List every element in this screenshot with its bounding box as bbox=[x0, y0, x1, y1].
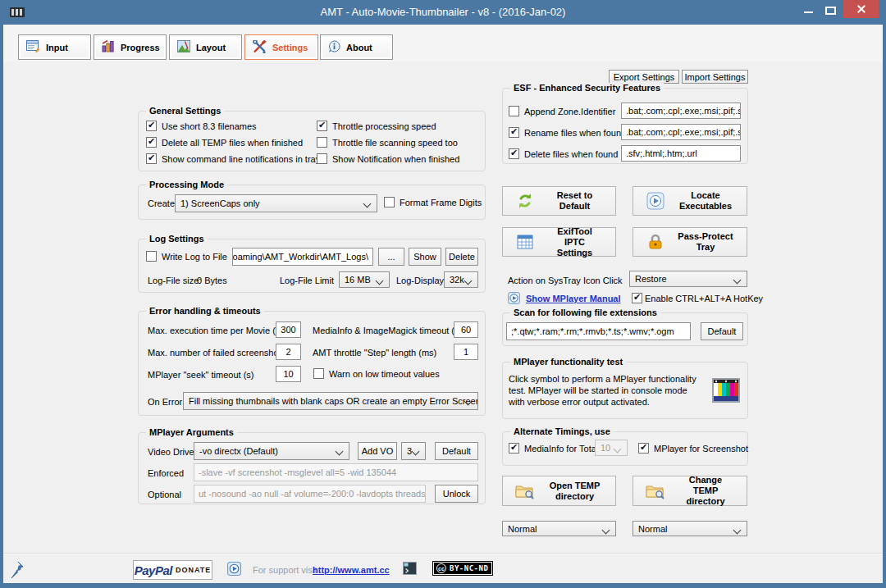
log-path-input[interactable]: \Roaming\AMT_Workdir\AMT_Logs\ bbox=[232, 248, 373, 266]
show-log-button[interactable]: Show bbox=[409, 248, 441, 266]
mediainfo-timeout-input[interactable]: 60 bbox=[454, 321, 478, 338]
checkbox-cmdline-notify[interactable]: Show command line notifications in tray bbox=[146, 153, 320, 164]
checkbox-write-log[interactable]: Write Log to File bbox=[146, 251, 227, 262]
table-icon bbox=[503, 235, 547, 249]
on-error-select[interactable]: Fill missing thumbnails with blank caps … bbox=[183, 392, 478, 410]
checkbox-rename-files[interactable]: Rename files when found bbox=[509, 127, 626, 138]
seek-timeout-label: MPlayer "seek" timeout (s) bbox=[148, 370, 253, 380]
show-mplayer-manual-link[interactable]: Show MPlayer Manual bbox=[526, 294, 621, 303]
scan-default-button[interactable]: Default bbox=[701, 322, 743, 340]
seek-timeout-input[interactable]: 10 bbox=[276, 366, 301, 382]
test-pattern-icon[interactable] bbox=[712, 378, 740, 404]
maximize-button[interactable] bbox=[825, 7, 836, 15]
play-icon[interactable] bbox=[227, 562, 241, 577]
title-bar: AMT - Auto-Movie-Thumbnailer - v8 - (201… bbox=[0, 0, 886, 25]
vo-count-select[interactable]: 3 bbox=[401, 442, 426, 460]
processing-mode-select[interactable]: 1) ScreenCaps only bbox=[175, 194, 377, 212]
pushpin-icon[interactable] bbox=[10, 561, 24, 581]
max-failed-input[interactable]: 2 bbox=[276, 344, 301, 360]
minimize-button[interactable] bbox=[804, 11, 813, 13]
checkbox bbox=[146, 121, 157, 131]
priority-left-select[interactable]: Normal bbox=[502, 521, 616, 536]
donate-label: DONATE bbox=[176, 566, 211, 574]
exiftool-iptc-button[interactable]: ExifToolIPTC Settings bbox=[502, 227, 616, 257]
mediainfo-timeout-label: MediaInfo & ImageMagick timeout (s) bbox=[313, 326, 462, 335]
play-icon[interactable] bbox=[508, 292, 520, 306]
export-settings-button[interactable]: Export Settings bbox=[609, 70, 679, 84]
vo-default-button[interactable]: Default bbox=[435, 442, 478, 460]
pass-protect-button[interactable]: Pass-ProtectTray bbox=[633, 227, 747, 257]
video-driver-select[interactable]: -vo directx (Default) bbox=[194, 442, 349, 460]
systray-action-select[interactable]: Restore bbox=[629, 271, 747, 287]
paypal-logo: PayPal bbox=[135, 563, 172, 577]
enforced-label: Enforced bbox=[148, 468, 184, 478]
cc-license-text: BY-NC-ND bbox=[450, 564, 488, 572]
checkbox bbox=[313, 368, 324, 379]
tab-label: Progress bbox=[121, 43, 160, 52]
app-play-icon bbox=[633, 192, 678, 210]
checkbox bbox=[509, 443, 519, 454]
tools-icon bbox=[253, 40, 267, 55]
group-legend: Processing Mode bbox=[146, 180, 227, 189]
group-legend: General Settings bbox=[146, 106, 224, 116]
tab-settings[interactable]: Settings bbox=[244, 34, 318, 60]
group-legend: Alternate Timings, use bbox=[510, 426, 614, 436]
checkbox-mplayer-screenshot[interactable]: MPlayer for Screenshot bbox=[638, 443, 748, 454]
throttle-step-input[interactable]: 1 bbox=[454, 344, 478, 360]
log-display-select[interactable]: 32k bbox=[444, 271, 478, 288]
log-size-label: Log-File size: bbox=[148, 276, 201, 285]
change-temp-button[interactable]: Change TEMPdirectory bbox=[633, 476, 747, 506]
tab-about[interactable]: About bbox=[320, 34, 393, 60]
checkbox bbox=[384, 197, 395, 207]
checkbox-throttle-speed[interactable]: Throttle processing speed bbox=[317, 121, 436, 131]
tab-input[interactable]: Input bbox=[18, 34, 91, 60]
browse-button[interactable]: ... bbox=[378, 248, 404, 266]
unlock-button[interactable]: Unlock bbox=[435, 485, 478, 503]
paypal-donate-button[interactable]: PayPal DONATE bbox=[133, 560, 212, 580]
app-window: AMT - Auto-Movie-Thumbnailer - v8 - (201… bbox=[0, 0, 886, 588]
checkbox-throttle-scan[interactable]: Throttle file scanning speed too bbox=[317, 137, 458, 148]
tab-progress[interactable]: Progress bbox=[94, 34, 167, 60]
log-limit-select[interactable]: 16 MB bbox=[339, 271, 390, 288]
checkbox-warn-low-timeout[interactable]: Warn on low timeout values bbox=[313, 368, 440, 379]
zone-ext-input[interactable]: .bat;.com;.cpl;.exe;.msi;.pif;.scr bbox=[621, 103, 741, 119]
checkbox bbox=[638, 443, 649, 454]
cc-license-badge[interactable]: cc BY-NC-ND bbox=[432, 561, 493, 576]
max-exec-input[interactable]: 300 bbox=[276, 321, 301, 338]
checkbox bbox=[146, 251, 157, 262]
tab-layout[interactable]: Layout bbox=[169, 34, 242, 60]
open-temp-button[interactable]: Open TEMPdirectory bbox=[502, 476, 616, 506]
checkbox-notify-finished[interactable]: Show Notification when finished bbox=[317, 153, 459, 164]
console-icon[interactable] bbox=[403, 562, 417, 577]
reset-default-button[interactable]: Reset toDefault bbox=[502, 186, 616, 216]
add-vo-button[interactable]: Add VO bbox=[358, 442, 397, 460]
locate-executables-button[interactable]: LocateExecutables bbox=[633, 186, 747, 216]
image-icon bbox=[177, 40, 190, 54]
checkbox-mediainfo-total[interactable]: MediaInfo for Total bbox=[509, 443, 598, 454]
import-settings-button[interactable]: Import Settings bbox=[682, 70, 748, 84]
checkbox-hotkey[interactable]: Enable CTRL+ALT+A HotKey bbox=[632, 293, 763, 303]
max-exec-label: Max. execution time per Movie (s) bbox=[148, 326, 283, 335]
close-button[interactable] bbox=[843, 0, 879, 18]
group-legend: ESF - Enhanced Security Features bbox=[510, 83, 664, 93]
mplayer-test-text: Click symbol to perform a MPlayer functi… bbox=[509, 373, 704, 408]
checkbox-format-frame-digits[interactable]: Format Frame Digits bbox=[384, 197, 482, 207]
tab-label: Input bbox=[46, 43, 68, 52]
checkbox-delete-temp[interactable]: Delete all TEMP files when finished bbox=[146, 137, 303, 148]
priority-right-select[interactable]: Normal bbox=[633, 521, 747, 536]
checkbox-append-zone[interactable]: Append Zone.Identifier bbox=[509, 106, 615, 116]
footer-separator-highlight bbox=[3, 554, 883, 554]
max-failed-label: Max. number of failed screenshots bbox=[148, 348, 285, 358]
checkbox-short-filenames[interactable]: Use short 8.3 filenames bbox=[146, 121, 257, 131]
scan-extensions-input[interactable]: ;*.qtw;*.ram;*.rm;*.rmvb;*.ts;*.wmv;*.og… bbox=[506, 322, 691, 340]
tab-label: Settings bbox=[272, 43, 308, 52]
delete-log-button[interactable]: Delete bbox=[445, 248, 478, 266]
optional-args-field: ut -nosound -ao null -af volume=-200:0 -… bbox=[194, 485, 426, 503]
recycle-icon bbox=[503, 192, 547, 210]
rename-ext-input[interactable]: .bat;.com;.cpl;.exe;.msi;.pif;.scr bbox=[621, 124, 741, 140]
support-link[interactable]: http://www.amt.cc bbox=[313, 565, 390, 575]
checkbox-delete-files[interactable]: Delete files when found bbox=[509, 148, 618, 159]
delete-ext-input[interactable]: .sfv;.html;.htm;.url bbox=[621, 145, 741, 162]
cc-logo-icon: cc bbox=[436, 563, 446, 573]
form-icon bbox=[26, 40, 40, 54]
